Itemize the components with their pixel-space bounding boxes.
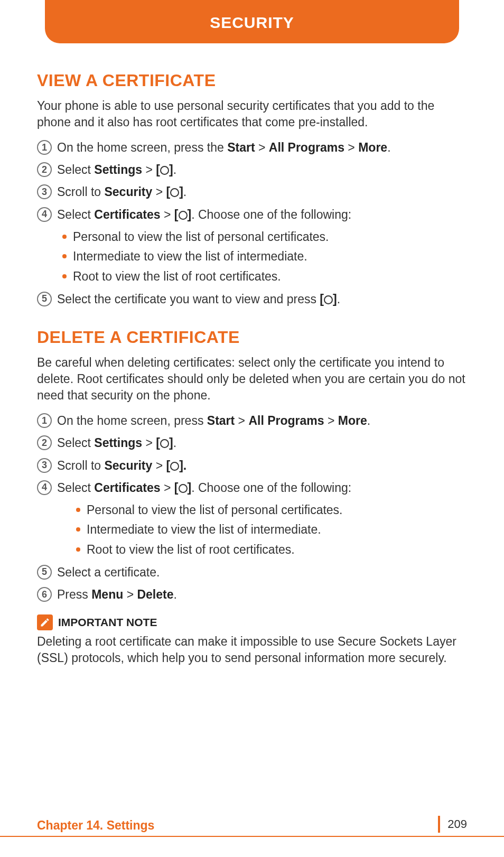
list-item-text: Root to view the list of root certificat… bbox=[73, 268, 281, 285]
step: 2Select Settings > []. bbox=[37, 161, 467, 178]
step-text: On the home screen, press the Start > Al… bbox=[57, 139, 467, 156]
step-text: Select Certificates > []. Choose one of … bbox=[57, 479, 467, 496]
step-text: Select Settings > []. bbox=[57, 434, 467, 451]
footer-rule bbox=[0, 836, 504, 837]
step: 1On the home screen, press the Start > A… bbox=[37, 139, 467, 156]
step: 4Select Certificates > []. Choose one of… bbox=[37, 206, 467, 223]
list-item: Intermediate to view the list of interme… bbox=[62, 248, 467, 265]
ok-button-icon bbox=[179, 211, 188, 220]
sub-list: Personal to view the list of personal ce… bbox=[62, 228, 467, 285]
step-number: 2 bbox=[37, 435, 52, 450]
ok-button-icon bbox=[160, 166, 169, 175]
list-item: Root to view the list of root certificat… bbox=[76, 541, 467, 558]
step-text: Scroll to Security > []. bbox=[57, 457, 467, 474]
note-label: IMPORTANT NOTE bbox=[58, 616, 157, 629]
section-intro: Be careful when deleting certificates: s… bbox=[37, 355, 467, 404]
step-number: 2 bbox=[37, 162, 52, 177]
step-text: Press Menu > Delete. bbox=[57, 586, 467, 603]
step-number: 1 bbox=[37, 413, 52, 428]
footer-divider bbox=[438, 816, 440, 833]
step-number: 4 bbox=[37, 480, 52, 495]
ok-button-icon bbox=[170, 188, 179, 197]
step-text: Select Certificates > []. Choose one of … bbox=[57, 206, 467, 223]
page-number: 209 bbox=[447, 817, 467, 831]
list-item: Root to view the list of root certificat… bbox=[62, 268, 467, 285]
step-number: 6 bbox=[37, 587, 52, 602]
step-text: Select the certificate you want to view … bbox=[57, 291, 467, 308]
ok-button-icon bbox=[160, 439, 169, 448]
step-text: Select Settings > []. bbox=[57, 161, 467, 178]
list-item-text: Personal to view the list of personal ce… bbox=[87, 501, 343, 519]
step-number: 1 bbox=[37, 140, 52, 155]
section-title: DELETE A CERTIFICATE bbox=[37, 328, 467, 347]
step: 2Select Settings > []. bbox=[37, 434, 467, 451]
step-number: 5 bbox=[37, 565, 52, 580]
section-intro: Your phone is able to use personal secur… bbox=[37, 98, 467, 131]
list-item-text: Intermediate to view the list of interme… bbox=[87, 521, 321, 538]
ok-button-icon bbox=[179, 484, 188, 493]
step: 1On the home screen, press Start > All P… bbox=[37, 412, 467, 429]
ok-button-icon bbox=[324, 295, 333, 304]
list-item: Personal to view the list of personal ce… bbox=[76, 501, 467, 519]
step: 6Press Menu > Delete. bbox=[37, 586, 467, 603]
bullet-icon bbox=[62, 254, 67, 258]
bullet-icon bbox=[62, 274, 67, 278]
step: 5Select the certificate you want to view… bbox=[37, 291, 467, 308]
section-title: VIEW A CERTIFICATE bbox=[37, 71, 467, 90]
step: 4Select Certificates > []. Choose one of… bbox=[37, 479, 467, 496]
chapter-label: Chapter 14. Settings bbox=[37, 818, 154, 833]
important-note: IMPORTANT NOTE Deleting a root certifica… bbox=[37, 614, 467, 666]
step-text: On the home screen, press Start > All Pr… bbox=[57, 412, 467, 429]
list-item: Personal to view the list of personal ce… bbox=[62, 228, 467, 246]
bullet-icon bbox=[76, 508, 80, 512]
page-header: SECURITY bbox=[45, 0, 459, 43]
step-text: Select a certificate. bbox=[57, 564, 467, 581]
sub-list: Personal to view the list of personal ce… bbox=[76, 501, 467, 558]
pencil-icon bbox=[37, 614, 53, 630]
list-item-text: Root to view the list of root certificat… bbox=[87, 541, 295, 558]
step: 3Scroll to Security > []. bbox=[37, 183, 467, 200]
bullet-icon bbox=[76, 527, 80, 532]
step: 5Select a certificate. bbox=[37, 564, 467, 581]
ok-button-icon bbox=[170, 462, 179, 471]
step-number: 3 bbox=[37, 184, 52, 199]
bullet-icon bbox=[76, 547, 80, 552]
step-number: 3 bbox=[37, 458, 52, 473]
step-text: Scroll to Security > []. bbox=[57, 183, 467, 200]
step-number: 4 bbox=[37, 207, 52, 222]
note-text: Deleting a root certificate can make it … bbox=[37, 634, 467, 666]
page-footer: Chapter 14. Settings 209 bbox=[0, 816, 504, 833]
list-item-text: Personal to view the list of personal ce… bbox=[73, 228, 329, 246]
step-number: 5 bbox=[37, 292, 52, 306]
list-item-text: Intermediate to view the list of interme… bbox=[73, 248, 307, 265]
step: 3Scroll to Security > []. bbox=[37, 457, 467, 474]
page-content: VIEW A CERTIFICATEYour phone is able to … bbox=[37, 71, 467, 603]
list-item: Intermediate to view the list of interme… bbox=[76, 521, 467, 538]
bullet-icon bbox=[62, 235, 67, 239]
